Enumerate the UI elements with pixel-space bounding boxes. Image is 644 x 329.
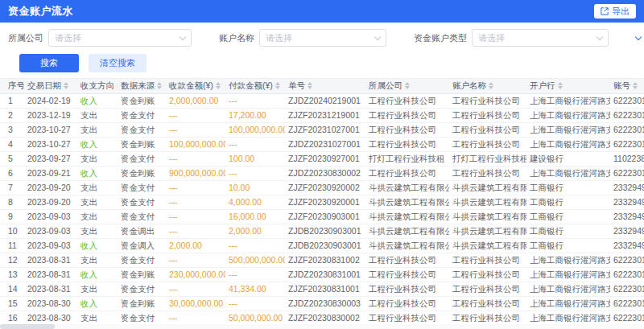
cell-account-no: 23329499 — [610, 238, 644, 253]
sort-icon[interactable] — [489, 82, 493, 89]
page-header: 资金账户流水 导出 — [0, 0, 644, 23]
expand-filter-link[interactable]: 展开筛选 — [636, 32, 644, 44]
cell-source: 资金到账 — [118, 137, 166, 151]
cell-source: 资金到账 — [118, 267, 166, 282]
cell-seq: 4 — [0, 137, 24, 151]
table-row: 152023-08-30收入资金到账30,000,000.00---ZJDZ20… — [0, 296, 644, 310]
cell-seq: 15 — [0, 296, 24, 310]
column-header-number[interactable]: 账号 — [610, 79, 644, 93]
cell-date: 2023-10-27 — [24, 122, 77, 137]
cell-order-no: ZJDB20230903001 — [285, 238, 365, 253]
sort-icon[interactable] — [275, 82, 280, 89]
cell-seq: 3 — [0, 122, 24, 137]
column-header-direction[interactable]: 收支方向 — [77, 79, 118, 93]
account-type-select[interactable]: 请选择 — [472, 29, 609, 47]
table-row: 82023-09-20支出资金支付---4,000.00ZJZF20230920… — [0, 195, 644, 209]
cell-receipt-amount: --- — [166, 122, 225, 137]
cell-payment-amount: 500,000,000.00 — [225, 253, 285, 267]
cell-direction: 收入 — [77, 93, 118, 108]
column-header-receipt[interactable]: 收款金额(¥) — [166, 79, 225, 93]
column-header-date[interactable]: 交易日期 — [24, 79, 77, 93]
column-header-bank[interactable]: 开户行 — [526, 79, 610, 93]
cell-account-no: 62223011 — [610, 93, 644, 108]
cell-payment-amount: --- — [225, 93, 285, 108]
table-row: 92023-09-03支出资金支付---16,000.00ZJZF2023090… — [0, 209, 644, 224]
cell-date: 2023-12-19 — [24, 108, 77, 122]
cell-payment-amount: 4,000.00 — [225, 195, 285, 209]
cell-bank: 建设银行 — [526, 151, 610, 166]
cell-bank: 上海工商银行灌河路支行 — [526, 108, 610, 122]
cell-bank: 上海工商银行灌河路支行 — [526, 296, 610, 310]
cell-account-no: 62223011 — [610, 267, 644, 282]
cell-date: 2024-02-19 — [24, 93, 77, 108]
cell-direction: 支出 — [77, 209, 118, 224]
cell-payment-amount: 50,000,000.00 — [225, 310, 285, 325]
search-button[interactable]: 搜索 — [19, 54, 79, 72]
sort-icon[interactable] — [558, 82, 563, 89]
sort-icon[interactable] — [405, 82, 410, 89]
cell-payment-amount: --- — [225, 137, 285, 151]
cell-bank: 工商银行 — [526, 195, 610, 209]
cell-direction: 支出 — [77, 253, 118, 267]
sort-icon[interactable] — [216, 82, 221, 89]
cell-date: 2023-09-03 — [24, 224, 77, 238]
scrollbar-thumb[interactable] — [0, 324, 55, 329]
chevron-down-icon — [180, 33, 186, 39]
cell-company: 工程行业科技公司 — [365, 282, 449, 296]
table-row: 122023-08-31支出资金支付---500,000,000.00ZJZF2… — [0, 253, 644, 267]
cell-company: 斗拱云建筑工程有限公司 — [365, 209, 449, 224]
cell-order-no: ZJZF20230920001 — [285, 195, 365, 209]
column-label: 序号 — [8, 80, 24, 90]
cell-date: 2023-09-03 — [24, 209, 77, 224]
column-header-account[interactable]: 账户名称 — [449, 79, 526, 93]
column-header-source[interactable]: 数据来源 — [118, 79, 166, 93]
cell-account-no: 62223011 — [610, 253, 644, 267]
column-header-company[interactable]: 所属公司 — [365, 79, 449, 93]
cell-seq: 13 — [0, 267, 24, 282]
cell-account-no: 11022382 — [610, 151, 644, 166]
cell-account-name: 斗拱云建筑工程有限公司 — [449, 224, 526, 238]
column-header-payment[interactable]: 付款金额(¥) — [225, 79, 285, 93]
table-header-row: 序号交易日期收支方向数据来源收款金额(¥)付款金额(¥)单号所属公司账户名称开户… — [0, 79, 644, 93]
cell-account-no: 23329499 — [610, 224, 644, 238]
cell-receipt-amount: --- — [166, 209, 225, 224]
cell-seq: 8 — [0, 195, 24, 209]
company-select[interactable]: 请选择 — [48, 29, 192, 47]
cell-date: 2023-08-31 — [24, 267, 77, 282]
sort-icon[interactable] — [117, 82, 118, 89]
cell-receipt-amount: --- — [166, 253, 225, 267]
horizontal-scrollbar[interactable] — [0, 324, 644, 329]
cell-order-no: ZJDZ20240219001 — [285, 93, 365, 108]
chevron-down-icon — [597, 33, 603, 39]
cell-payment-amount: --- — [225, 267, 285, 282]
cell-seq: 6 — [0, 166, 24, 180]
cell-account-name: 斗拱云建筑工程有限公司 — [449, 180, 526, 195]
column-label: 数据来源 — [121, 80, 155, 90]
cell-source: 资金支付 — [118, 122, 166, 137]
table-row: 32023-10-27支出资金支付---100,000,000.00ZJZF20… — [0, 122, 644, 137]
cell-account-name: 斗拱云建筑工程有限公司 — [449, 209, 526, 224]
account-name-filter-label: 账户名称 — [219, 32, 254, 44]
cell-receipt-amount: 2,000,000.00 — [166, 93, 225, 108]
sort-icon[interactable] — [64, 82, 68, 89]
cell-direction: 收入 — [77, 238, 118, 253]
account-name-select[interactable]: 请选择 — [259, 29, 386, 47]
sort-icon[interactable] — [157, 82, 162, 89]
cell-seq: 16 — [0, 310, 24, 325]
clear-search-button[interactable]: 清空搜索 — [89, 54, 147, 72]
cell-company: 斗拱云建筑工程有限公司 — [365, 180, 449, 195]
column-header-order[interactable]: 单号 — [285, 79, 365, 93]
sort-icon[interactable] — [308, 82, 312, 89]
cell-company: 斗拱云建筑工程有限公司 — [365, 238, 449, 253]
cell-account-name: 工程行业科技公司 — [449, 282, 526, 296]
cell-company: 工程行业科技公司 — [365, 122, 449, 137]
export-button[interactable]: 导出 — [594, 4, 636, 19]
export-icon — [601, 7, 609, 15]
cell-company: 工程行业科技公司 — [365, 137, 449, 151]
flow-table: 序号交易日期收支方向数据来源收款金额(¥)付款金额(¥)单号所属公司账户名称开户… — [0, 79, 644, 329]
cell-order-no: ZJDZ20230830002 — [285, 166, 365, 180]
sort-icon[interactable] — [633, 82, 638, 89]
cell-date: 2023-08-30 — [24, 310, 77, 325]
cell-account-name: 工程行业科技公司 — [449, 137, 526, 151]
cell-bank: 工商银行 — [526, 238, 610, 253]
